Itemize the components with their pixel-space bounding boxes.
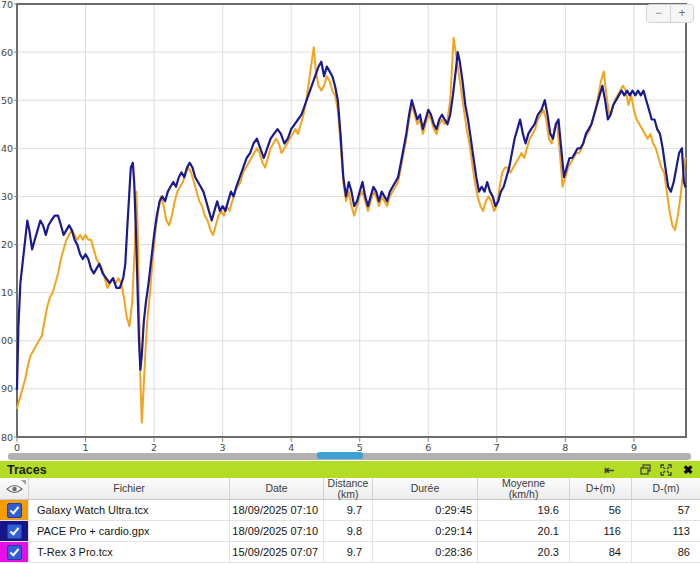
expand-icon[interactable] bbox=[660, 464, 672, 476]
trace-row[interactable]: T-Rex 3 Pro.tcx15/09/2025 07:079.70:28:3… bbox=[0, 542, 700, 563]
svg-text:100: 100 bbox=[0, 335, 13, 346]
svg-text:110: 110 bbox=[0, 287, 13, 298]
scrollbar-thumb[interactable] bbox=[317, 452, 363, 459]
svg-text:3: 3 bbox=[220, 442, 226, 452]
svg-text:8: 8 bbox=[562, 442, 568, 452]
cell-dplus[interactable]: 116 bbox=[570, 521, 632, 541]
column-header-distance[interactable]: Distance(km) bbox=[324, 478, 373, 499]
close-icon[interactable]: ✖ bbox=[683, 464, 693, 476]
chart-horizontal-scrollbar bbox=[0, 452, 700, 461]
trace-color-cell bbox=[0, 542, 29, 562]
cell-moyenne[interactable]: 20.3 bbox=[478, 542, 570, 562]
panel-toolbar: ⇤ ✖ bbox=[604, 464, 693, 476]
column-header-moyenne[interactable]: Moyenne(km/h) bbox=[478, 478, 570, 499]
svg-text:140: 140 bbox=[0, 143, 13, 154]
track-analysis-app: 01234567898090100110120130140150160170 −… bbox=[0, 0, 700, 564]
cell-moyenne[interactable]: 19.6 bbox=[478, 500, 570, 520]
chart-area: 01234567898090100110120130140150160170 −… bbox=[0, 0, 700, 452]
collapse-left-icon[interactable]: ⇤ bbox=[604, 464, 614, 476]
panel-title: Traces bbox=[7, 463, 47, 477]
heart-rate-chart-canvas[interactable]: 01234567898090100110120130140150160170 bbox=[0, 0, 700, 452]
table-header-row: Fichier Date Distance(km) Durée Moyenne(… bbox=[0, 478, 700, 500]
cell-dplus[interactable]: 84 bbox=[570, 542, 632, 562]
svg-text:80: 80 bbox=[1, 432, 13, 443]
svg-text:160: 160 bbox=[0, 47, 13, 58]
cell-dplus[interactable]: 56 bbox=[570, 500, 632, 520]
svg-text:150: 150 bbox=[0, 95, 13, 106]
trace-visibility-checkbox[interactable] bbox=[7, 503, 22, 518]
cell-distance[interactable]: 9.8 bbox=[324, 521, 373, 541]
cell-distance[interactable]: 9.7 bbox=[324, 542, 373, 562]
svg-text:7: 7 bbox=[494, 442, 500, 452]
cell-duree[interactable]: 0:29:45 bbox=[373, 500, 478, 520]
column-header-fichier[interactable]: Fichier bbox=[29, 478, 230, 499]
eye-icon bbox=[6, 484, 23, 494]
cell-file[interactable]: PACE Pro + cardio.gpx bbox=[29, 521, 230, 541]
trace-color-cell bbox=[0, 521, 29, 541]
cell-date[interactable]: 18/09/2025 07:10 bbox=[230, 521, 324, 541]
zoom-in-button[interactable]: + bbox=[670, 5, 693, 22]
column-header-dplus[interactable]: D+(m) bbox=[570, 478, 632, 499]
cell-date[interactable]: 15/09/2025 07:07 bbox=[230, 542, 324, 562]
trace-color-cell bbox=[0, 500, 29, 520]
zoom-out-button[interactable]: − bbox=[647, 5, 670, 22]
svg-text:4: 4 bbox=[288, 442, 294, 452]
cell-duree[interactable]: 0:28:36 bbox=[373, 542, 478, 562]
cell-date[interactable]: 18/09/2025 07:10 bbox=[230, 500, 324, 520]
svg-text:0: 0 bbox=[14, 442, 20, 452]
column-header-visibility[interactable] bbox=[0, 478, 29, 499]
column-header-date[interactable]: Date bbox=[230, 478, 324, 499]
svg-text:1: 1 bbox=[83, 442, 89, 452]
trace-row[interactable]: Galaxy Watch Ultra.tcx18/09/2025 07:109.… bbox=[0, 500, 700, 521]
cell-duree[interactable]: 0:29:14 bbox=[373, 521, 478, 541]
cell-file[interactable]: T-Rex 3 Pro.tcx bbox=[29, 542, 230, 562]
svg-text:6: 6 bbox=[425, 442, 431, 452]
trace-row[interactable]: PACE Pro + cardio.gpx18/09/2025 07:109.8… bbox=[0, 521, 700, 542]
cell-distance[interactable]: 9.7 bbox=[324, 500, 373, 520]
column-header-dminus[interactable]: D-(m) bbox=[632, 478, 700, 499]
svg-text:2: 2 bbox=[151, 442, 157, 452]
cell-dminus[interactable]: 86 bbox=[632, 542, 700, 562]
cell-moyenne[interactable]: 20.1 bbox=[478, 521, 570, 541]
restore-window-icon[interactable] bbox=[640, 464, 651, 475]
cell-dminus[interactable]: 113 bbox=[632, 521, 700, 541]
svg-text:170: 170 bbox=[0, 0, 13, 10]
cell-dminus[interactable]: 57 bbox=[632, 500, 700, 520]
svg-text:90: 90 bbox=[1, 383, 13, 394]
svg-text:120: 120 bbox=[0, 239, 13, 250]
cell-file[interactable]: Galaxy Watch Ultra.tcx bbox=[29, 500, 230, 520]
trace-visibility-checkbox[interactable] bbox=[7, 524, 22, 539]
svg-text:130: 130 bbox=[0, 191, 13, 202]
svg-text:9: 9 bbox=[631, 442, 637, 452]
column-header-duree[interactable]: Durée bbox=[373, 478, 478, 499]
chart-zoom-controls: − + bbox=[646, 4, 694, 23]
trace-visibility-checkbox[interactable] bbox=[7, 545, 22, 560]
traces-table-body: Galaxy Watch Ultra.tcx18/09/2025 07:109.… bbox=[0, 500, 700, 563]
svg-text:5: 5 bbox=[357, 442, 363, 452]
sort-indicator-icon bbox=[21, 480, 26, 485]
traces-panel-header: Traces ⇤ ✖ bbox=[0, 461, 700, 478]
